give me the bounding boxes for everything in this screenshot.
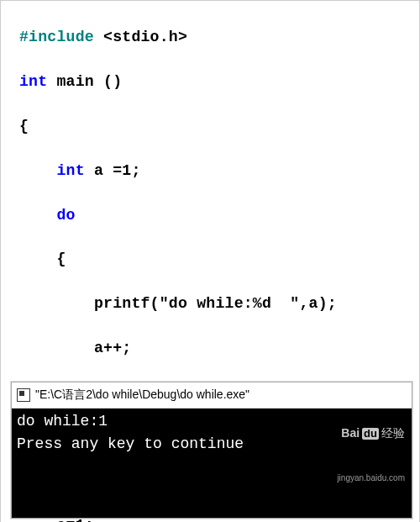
watermark: Baidu 经验 jingyan.baidu.com [337, 394, 405, 516]
output-line-2: Press any key to continue [17, 435, 244, 452]
output-line-1: do while:1 [17, 413, 108, 430]
app-icon [17, 388, 30, 402]
preproc-include: #include [19, 29, 94, 45]
console-window: "E:\C语言2\do while\Debug\do while.exe" do… [11, 382, 412, 519]
kw-do: do [56, 207, 75, 224]
console-titlebar[interactable]: "E:\C语言2\do while\Debug\do while.exe" [12, 382, 412, 409]
kw-int: int [19, 73, 47, 90]
console-output[interactable]: do while:1 Press any key to continue Bai… [12, 409, 412, 518]
window-title: "E:\C语言2\do while\Debug\do while.exe" [35, 388, 249, 403]
